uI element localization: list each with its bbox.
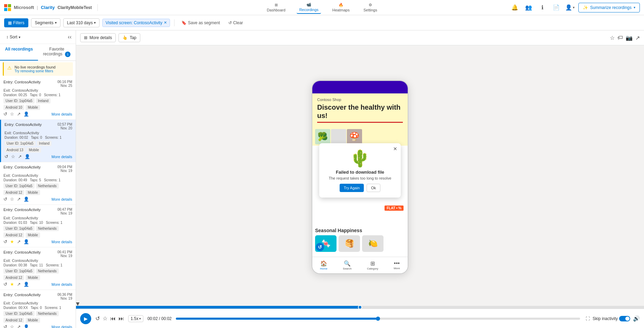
phone-yellow-section: Contoso Shop Discover the healthy with u… — [312, 93, 408, 128]
fullscreen-icon[interactable]: ⛶ — [586, 316, 590, 321]
bookmark-icon[interactable]: ☆ — [610, 35, 615, 41]
app-name[interactable]: ClarityMobileTest — [58, 5, 92, 10]
recording-item[interactable]: Entry: ContosoActivity 02:57 PM Nov. 20 … — [0, 120, 76, 162]
tab-favorite-recordings[interactable]: Favorite recordings 1 — [38, 44, 76, 61]
replay-icon[interactable]: ↺ — [3, 197, 7, 202]
collapse-panel-button[interactable]: ‹‹ — [68, 34, 72, 40]
phone-nav-home[interactable]: 🏠 Home — [320, 260, 327, 270]
share-icon[interactable]: ↗ — [18, 154, 22, 159]
star-icon[interactable]: ☆ — [10, 197, 14, 202]
active-filter-tag[interactable]: Visited screen: ContosoActivity ✕ — [102, 19, 170, 27]
speed-selector[interactable]: 1.5x ▾ — [128, 315, 143, 322]
share-icon[interactable]: ↗ — [17, 324, 21, 328]
star-icon[interactable]: ☆ — [10, 111, 14, 117]
clear-button[interactable]: ↺ Clear — [226, 19, 246, 27]
rec-entry: Entry: ContosoActivity — [3, 80, 41, 84]
progress-thumb[interactable] — [376, 317, 380, 321]
star-icon[interactable]: ☆ — [11, 154, 15, 159]
share-icon[interactable]: ↗ — [17, 111, 21, 117]
nav-settings[interactable]: ⚙ Settings — [361, 1, 380, 13]
more-details-button[interactable]: ⊞ More details — [80, 33, 116, 42]
summarize-button[interactable]: ✨ Summarize recordings ▾ — [578, 3, 640, 12]
phone-nav-more[interactable]: ••• More — [394, 260, 400, 270]
user-icon[interactable]: 👤 — [23, 282, 29, 287]
nav-dashboard[interactable]: ⊞ Dashboard — [264, 1, 288, 13]
segments-button[interactable]: Segments ▾ — [31, 18, 60, 27]
ok-button[interactable]: Ok — [367, 184, 380, 192]
bookmark-player-icon[interactable]: ☆ — [103, 315, 107, 322]
recording-item[interactable]: Entry: ContosoActivity 06:41 PM Nov. 19 … — [0, 247, 76, 290]
tab-all-recordings[interactable]: All recordings — [0, 44, 38, 61]
rec-time: 02:57 PM — [57, 122, 72, 126]
share-icon[interactable]: ↗ — [17, 239, 21, 244]
date-filter-button[interactable]: Last 310 days ▾ — [63, 18, 100, 27]
progress-bar[interactable] — [176, 318, 580, 320]
rec-exit: Exit: ContosoActivity — [3, 258, 72, 263]
replay-icon[interactable]: ↺ — [3, 324, 7, 328]
star-filled-icon[interactable]: ★ — [10, 282, 14, 287]
nav-heatmaps[interactable]: 🔥 Heatmaps — [330, 1, 352, 13]
rec-country-tag: Netherlands — [36, 226, 59, 231]
more-details-link[interactable]: More details — [51, 197, 72, 201]
replay-icon[interactable]: ↺ — [3, 239, 7, 244]
remove-filter-icon[interactable]: ✕ — [164, 20, 167, 25]
rec-device-tag: Android 12 — [3, 233, 24, 238]
loop-icon[interactable]: ↺ — [95, 315, 100, 322]
refresh-spinner[interactable]: ↺ — [316, 243, 324, 251]
user-icon[interactable]: 👤 — [23, 197, 29, 202]
nav-recordings[interactable]: 📹 Recordings — [296, 1, 321, 14]
user-icon[interactable]: 👤 — [23, 324, 29, 328]
scrubber-track[interactable] — [76, 306, 644, 309]
phone-nav-search[interactable]: 🔍 Search — [343, 260, 351, 270]
share-icon[interactable]: ↗ — [635, 35, 640, 41]
details-icon: ⊞ — [84, 35, 87, 40]
replay-icon[interactable]: ↺ — [3, 282, 7, 287]
nav-recordings-label: Recordings — [299, 8, 319, 12]
star-filled-icon[interactable]: ★ — [10, 239, 14, 244]
phone-nav-category[interactable]: ⊞ Category — [367, 260, 378, 270]
left-panel: ↕ Sort ▾ ‹‹ All recordings Favorite reco… — [0, 30, 76, 328]
more-details-link[interactable]: More details — [51, 240, 72, 244]
document-icon[interactable]: 📄 — [551, 2, 562, 13]
tag-icon[interactable]: 🏷 — [617, 35, 623, 41]
users-icon[interactable]: 👥 — [523, 2, 534, 13]
more-details-link[interactable]: More details — [51, 112, 72, 116]
star-icon[interactable]: ☆ — [10, 324, 14, 328]
rec-entry: Entry: ContosoActivity — [3, 165, 41, 169]
user-icon[interactable]: 👤 — [23, 239, 29, 244]
user-icon[interactable]: 👤 — [23, 111, 29, 117]
more-details-link[interactable]: More details — [51, 325, 72, 328]
user-icon[interactable]: 👤 — [25, 154, 30, 159]
try-again-button[interactable]: Try Again — [340, 184, 364, 192]
more-details-link[interactable]: More details — [51, 155, 72, 159]
sort-button[interactable]: ↕ Sort ▾ — [4, 33, 22, 41]
recording-item[interactable]: Entry: ContosoActivity 06:36 PM Nov. 19 … — [0, 290, 76, 328]
recording-item[interactable]: Entry: ContosoActivity 06:47 PM Nov. 19 … — [0, 205, 76, 247]
bell-icon[interactable]: 🔔 — [509, 2, 520, 13]
skip-back-icon[interactable]: ⏮ — [110, 316, 116, 322]
recording-item[interactable]: Entry: ContosoActivity 09:04 PM Nov. 19 … — [0, 162, 76, 205]
skip-inactivity-toggle[interactable] — [619, 316, 630, 321]
phone-frame: Contoso Shop Discover the healthy with u… — [312, 80, 408, 274]
info-icon[interactable]: ℹ — [537, 2, 548, 13]
screenshot-icon[interactable]: 📷 — [626, 35, 633, 41]
share-icon[interactable]: ↗ — [17, 197, 21, 202]
replay-icon[interactable]: ↺ — [4, 154, 8, 159]
user-avatar[interactable]: 👤▾ — [565, 2, 576, 13]
filters-button[interactable]: ▦ Filters — [4, 18, 28, 27]
scrubber-thumb[interactable] — [358, 305, 362, 309]
rec-date: Nov. 19 — [57, 297, 72, 300]
more-details-link[interactable]: More details — [51, 282, 72, 286]
tap-button[interactable]: 👆 Tap — [119, 33, 140, 42]
sort-chevron: ▾ — [19, 35, 20, 39]
volume-icon[interactable]: 🔊 — [633, 315, 640, 322]
share-icon[interactable]: ↗ — [17, 282, 21, 287]
play-button[interactable]: ▶ — [80, 313, 91, 324]
skip-forward-icon[interactable]: ⏭ — [119, 316, 124, 322]
replay-icon[interactable]: ↺ — [3, 111, 7, 117]
recording-item[interactable]: Entry: ContosoActivity 06:16 PM Nov. 25 … — [0, 77, 76, 120]
save-icon: 🔖 — [181, 20, 187, 25]
remove-filters-link[interactable]: Try removing some filters — [15, 69, 56, 73]
dialog-close-icon[interactable]: ✕ — [393, 146, 397, 152]
save-segment-button[interactable]: 🔖 Save as segment — [179, 19, 223, 27]
